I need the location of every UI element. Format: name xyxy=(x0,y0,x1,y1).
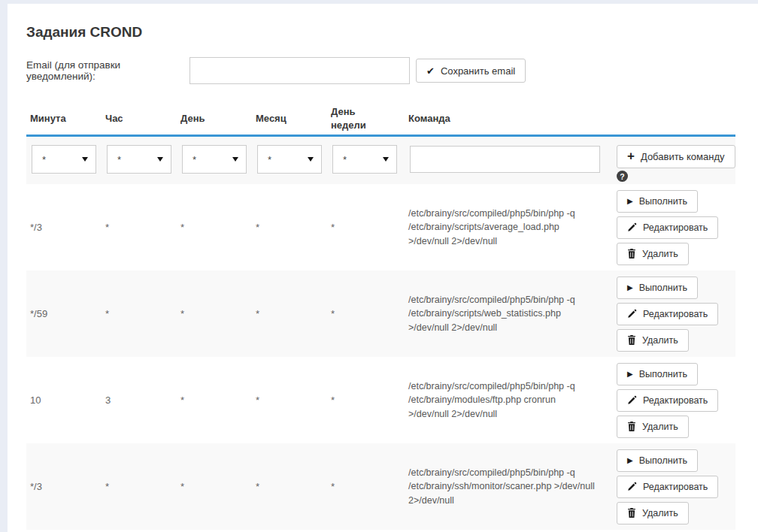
play-icon: ▶ xyxy=(627,283,633,292)
save-email-label: Сохранить email xyxy=(441,65,515,77)
plus-icon: + xyxy=(627,150,635,162)
play-icon: ▶ xyxy=(627,370,633,378)
minute-select[interactable]: * xyxy=(32,145,96,174)
cell-day: * xyxy=(177,394,252,406)
check-icon: ✔ xyxy=(426,65,435,77)
header-command: Команда xyxy=(405,112,602,125)
run-label: Выполнить xyxy=(639,369,687,379)
pencil-icon xyxy=(627,222,637,232)
select-arrow-icon xyxy=(157,157,163,162)
header-minute: Минута xyxy=(26,112,102,125)
pencil-icon xyxy=(627,482,637,491)
delete-label: Удалить xyxy=(642,335,678,346)
cron-table: Минута Час День Месяц День недели Команд… xyxy=(26,102,735,530)
header-month: Месяц xyxy=(252,112,327,125)
edit-button[interactable]: Редактировать xyxy=(617,303,718,325)
cell-month: * xyxy=(252,394,327,406)
email-form: Email (для отправки уведомлений): ✔ Сохр… xyxy=(26,57,758,84)
cell-hour: * xyxy=(102,308,177,319)
edit-label: Редактировать xyxy=(643,395,708,406)
edit-button[interactable]: Редактировать xyxy=(617,476,718,498)
cell-weekday: * xyxy=(327,308,405,319)
content-card: Задания CROND Email (для отправки уведом… xyxy=(8,4,758,532)
run-button[interactable]: ▶ Выполнить xyxy=(617,363,698,385)
run-label: Выполнить xyxy=(639,196,687,207)
delete-button[interactable]: Удалить xyxy=(617,329,689,352)
cell-minute: */3 xyxy=(26,481,102,492)
edit-label: Редактировать xyxy=(643,482,708,492)
cell-actions: ▶ Выполнить Редактировать Удалить xyxy=(602,363,735,438)
cell-actions: ▶ Выполнить Редактировать Удалить xyxy=(602,190,735,265)
trash-icon xyxy=(627,508,636,518)
save-email-button[interactable]: ✔ Сохранить email xyxy=(416,59,526,83)
select-arrow-icon xyxy=(383,157,389,162)
add-command-button[interactable]: + Добавить команду xyxy=(617,145,735,168)
email-label: Email (для отправки уведомлений): xyxy=(26,59,190,82)
cell-day: * xyxy=(177,222,252,233)
cell-actions: ▶ Выполнить Редактировать Удалить xyxy=(602,449,735,524)
cell-minute: */59 xyxy=(26,308,102,319)
cell-hour: * xyxy=(102,222,177,233)
cell-month: * xyxy=(252,222,327,233)
cell-command: /etc/brainy/src/compiled/php5/bin/php -q… xyxy=(405,466,602,506)
month-select[interactable]: * xyxy=(257,145,322,174)
table-row: */59 * * * * /etc/brainy/src/compiled/ph… xyxy=(26,271,735,357)
pencil-icon xyxy=(627,395,637,405)
edit-button[interactable]: Редактировать xyxy=(617,216,718,239)
select-arrow-icon xyxy=(232,157,238,162)
delete-button[interactable]: Удалить xyxy=(617,502,689,524)
table-row: */3 * * * * /etc/brainy/src/compiled/php… xyxy=(26,184,735,271)
cell-day: * xyxy=(177,308,252,319)
run-button[interactable]: ▶ Выполнить xyxy=(617,190,698,213)
delete-button[interactable]: Удалить xyxy=(617,243,689,265)
run-button[interactable]: ▶ Выполнить xyxy=(617,449,698,472)
cell-hour: * xyxy=(102,481,177,492)
run-label: Выполнить xyxy=(639,283,687,293)
cell-weekday: * xyxy=(327,394,405,406)
header-hour: Час xyxy=(102,112,177,125)
hour-select[interactable]: * xyxy=(107,145,171,174)
cell-command: /etc/brainy/src/compiled/php5/bin/php -q… xyxy=(405,207,602,247)
edit-button[interactable]: Редактировать xyxy=(617,389,718,412)
trash-icon xyxy=(627,335,636,345)
new-task-row: * * * * * + Добавить команду ? xyxy=(26,137,735,184)
header-weekday: День недели xyxy=(327,105,405,131)
cell-hour: 3 xyxy=(102,394,177,406)
delete-label: Удалить xyxy=(642,249,678,259)
pencil-icon xyxy=(627,309,637,319)
trash-icon xyxy=(627,249,636,258)
edit-label: Редактировать xyxy=(643,309,708,319)
play-icon: ▶ xyxy=(627,456,633,464)
play-icon: ▶ xyxy=(627,197,633,205)
cell-actions: ▶ Выполнить Редактировать Удалить xyxy=(602,277,735,352)
cell-command: /etc/brainy/src/compiled/php5/bin/php -q… xyxy=(405,379,602,420)
table-body: */3 * * * * /etc/brainy/src/compiled/php… xyxy=(26,184,735,530)
page-title: Задания CROND xyxy=(26,24,758,41)
table-row: 10 3 * * * /etc/brainy/src/compiled/php5… xyxy=(26,357,735,443)
cell-minute: */3 xyxy=(26,222,102,233)
help-icon[interactable]: ? xyxy=(617,171,628,182)
run-button[interactable]: ▶ Выполнить xyxy=(617,277,698,299)
command-input[interactable] xyxy=(410,146,600,173)
delete-label: Удалить xyxy=(642,508,678,518)
delete-button[interactable]: Удалить xyxy=(617,416,689,438)
add-command-label: Добавить команду xyxy=(641,151,725,162)
cell-command: /etc/brainy/src/compiled/php5/bin/php -q… xyxy=(405,293,602,334)
email-input[interactable] xyxy=(190,57,410,84)
select-arrow-icon xyxy=(82,157,88,162)
cell-day: * xyxy=(177,481,252,492)
edit-label: Редактировать xyxy=(643,222,708,233)
trash-icon xyxy=(627,422,636,431)
weekday-select[interactable]: * xyxy=(332,145,397,174)
table-row: */3 * * * * /etc/brainy/src/compiled/php… xyxy=(26,443,735,530)
run-label: Выполнить xyxy=(639,455,687,466)
cell-weekday: * xyxy=(327,481,405,492)
table-header-row: Минута Час День Месяц День недели Команд… xyxy=(26,102,735,137)
select-arrow-icon xyxy=(308,157,314,162)
day-select[interactable]: * xyxy=(182,145,247,174)
header-day: День xyxy=(177,112,252,125)
delete-label: Удалить xyxy=(642,422,678,432)
cell-month: * xyxy=(252,481,327,492)
cell-weekday: * xyxy=(327,222,405,233)
cell-minute: 10 xyxy=(26,394,102,406)
